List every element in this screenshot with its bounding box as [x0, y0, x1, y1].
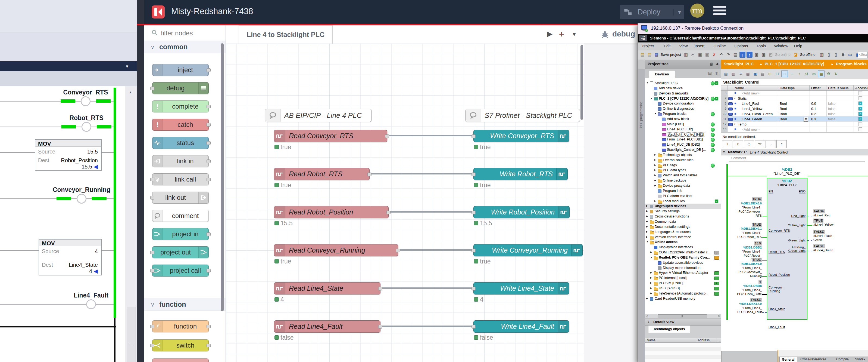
- breadcrumb-item[interactable]: PLC_1 [CPU 1212C AC/DC/Rly]: [765, 61, 824, 66]
- tree-item-device-configuration[interactable]: Device configuration: [645, 101, 721, 106]
- node-port-input[interactable]: [150, 251, 154, 254]
- tree-item-plc-alarm-text-lists[interactable]: PLC alarm text lists: [645, 194, 721, 199]
- hbar-icon[interactable]: ▭: [847, 52, 853, 58]
- collapsed-arrow-icon[interactable]: ▶: [650, 251, 652, 253]
- palette-node-comment[interactable]: comment: [152, 210, 209, 222]
- menu-tools[interactable]: Tools: [756, 44, 766, 48]
- accessible-checkbox[interactable]: ✓: [859, 122, 862, 126]
- node-port-input[interactable]: [150, 87, 154, 90]
- node-port-output[interactable]: [207, 269, 211, 273]
- tree-item-from-line4-plc-db1-[interactable]: From_Line4_PLC [DB1]: [645, 137, 721, 142]
- mov-instruction-box[interactable]: MOVSource15.5DestRobot_Position15.5 ◀: [35, 139, 102, 171]
- cross-icon[interactable]: ✖: [840, 52, 846, 58]
- tree-item-languages-resources[interactable]: ▶Languages & resources: [645, 229, 721, 234]
- tree-pin-icon[interactable]: ▦: [710, 62, 713, 66]
- node-port-output[interactable]: [207, 344, 211, 347]
- main-menu-button[interactable]: [713, 6, 726, 18]
- ladder-title-bar[interactable]: ▼: [0, 61, 137, 71]
- menu-edit[interactable]: Edit: [664, 44, 671, 48]
- retain-icon[interactable]: ⚙: [825, 71, 832, 77]
- details-view-header[interactable]: ∨ Details view: [645, 318, 721, 326]
- start-cpu-icon[interactable]: ▣: [753, 52, 760, 58]
- run-flow-icon[interactable]: ▶: [547, 30, 553, 38]
- print-icon[interactable]: ▥: [683, 52, 689, 58]
- inspector-tab-cross-references[interactable]: Cross-references: [798, 357, 829, 362]
- tree-item-plc-data-types[interactable]: ▶PLC data types: [645, 168, 721, 173]
- table-row-10[interactable]: 10Line4_Flash_GreenBool0.2false✓: [721, 111, 868, 116]
- tree-search-toggle-icon[interactable]: ◫: [715, 71, 718, 75]
- deploy-caret-icon[interactable]: ▾: [674, 9, 681, 16]
- load-values-icon[interactable]: ▤: [759, 71, 766, 77]
- table-row-7[interactable]: 7▼Static✓: [721, 96, 868, 101]
- accessible-checkbox[interactable]: ✓: [859, 117, 862, 121]
- table-row-9[interactable]: 9Line4_YellowBool0.1false✓: [721, 106, 868, 111]
- read-node-Read-Robot_RTS[interactable]: Read Robot_RTS: [274, 168, 370, 180]
- ladder-scroll-thumb[interactable]: [127, 307, 136, 362]
- expanded-arrow-icon[interactable]: ▼: [650, 97, 652, 100]
- palette-node-project-call[interactable]: project call: [152, 264, 209, 277]
- palette-node-project-out[interactable]: project out: [152, 246, 209, 258]
- tree-item-com-rs232-ppi-multi-master-c-[interactable]: ▶COM [RS232/PPI multi-master c...?: [645, 250, 721, 255]
- inspector-tab-compile[interactable]: Compile: [834, 357, 851, 362]
- node-port-input[interactable]: [150, 269, 154, 273]
- rung-tag-label[interactable]: Line4_Fault: [56, 292, 126, 299]
- nodered-logo-icon[interactable]: [152, 5, 165, 19]
- collapsed-arrow-icon[interactable]: ▶: [654, 179, 656, 182]
- tree-item-usb-s7usb-[interactable]: ▶USB [S7USB]: [645, 286, 721, 291]
- breadcrumb-item[interactable]: Program blocks: [836, 61, 867, 66]
- tree-item-hyper-v-virtual-ethernet-adapter[interactable]: ▶Hyper-V Virtual Ethernet Adapter: [645, 270, 721, 275]
- palette-scrollbar[interactable]: [221, 43, 224, 311]
- menu-project[interactable]: Project: [642, 44, 654, 48]
- accessible-checkbox[interactable]: ✓: [859, 91, 862, 95]
- collapsed-arrow-icon[interactable]: ▶: [650, 282, 652, 284]
- write-node-Write-Robot_Position[interactable]: Write Robot_Position: [473, 206, 569, 218]
- table-row-8[interactable]: 8Line4_RedBool0.0false✓: [721, 101, 868, 106]
- coil-icon[interactable]: ( ): [744, 140, 754, 148]
- tree-item-technology-objects[interactable]: ▶Technology objects: [645, 152, 721, 158]
- table-row-6[interactable]: 6<Add new>✓: [721, 91, 868, 96]
- palette-filter-input[interactable]: [160, 28, 221, 38]
- rung-tag-label[interactable]: Conveyor_RTS: [50, 89, 121, 96]
- collapsed-arrow-icon[interactable]: ▶: [654, 200, 656, 202]
- read-node-Read-Line4_Fault[interactable]: Read Line4_Fault: [274, 321, 380, 333]
- read-node-Read-Robot_Position[interactable]: Read Robot_Position: [274, 206, 389, 218]
- tree-item-online-diagnostics[interactable]: Online & diagnostics: [645, 106, 721, 111]
- tree-item-device-proxy-data[interactable]: ▶Device proxy data: [645, 183, 721, 188]
- fb-call-box[interactable]: %FB2"Line4_PLC"ENENOConveyor_RTSRobot_RT…: [767, 178, 807, 320]
- tree-item-add-new-device[interactable]: Add new device: [645, 86, 721, 91]
- tree-item-pc-internal-local-[interactable]: ▶PC internal [Local]: [645, 275, 721, 281]
- tree-item-plc-1-cpu-1212c-ac-dc-rly-[interactable]: ▼PLC_1 [CPU 1212C AC/DC/Rly]✓: [645, 96, 721, 101]
- tree-item-main-ob1-[interactable]: Main [OB1]: [645, 122, 721, 127]
- palette-node-function[interactable]: ffunction: [152, 321, 209, 332]
- rdp-title-bar[interactable]: 192.168.0.137 - Remote Desktop Connectio…: [638, 23, 868, 34]
- flow-canvas[interactable]: AB EIP/CIP - Line 4 PLCS7 Profinet - Sta…: [226, 44, 584, 362]
- tree-item-display-more-information[interactable]: Display more information: [645, 266, 721, 271]
- tree-item-realtek-pcie-gbe-family-con-[interactable]: ▼Realtek PCIe GBE Family Con...: [645, 255, 721, 260]
- deploy-button[interactable]: Deploy ▾: [620, 5, 684, 19]
- diagnostics-icon[interactable]: ▥: [819, 52, 825, 58]
- tab-line4-to-stacklight[interactable]: Line 4 to Stacklight PLC: [239, 25, 333, 44]
- tree-item-stacklight-control-fb1-[interactable]: Stacklight_Control [FB1]: [645, 132, 721, 137]
- palette-category-function[interactable]: ∨function: [144, 298, 225, 311]
- keep-values-icon[interactable]: ≡: [737, 71, 744, 77]
- write-node-Write-Line4_Fault[interactable]: Write Line4_Fault: [473, 321, 569, 333]
- table-row-11[interactable]: 11Line4_GreenBool≣0.3false✓: [721, 116, 868, 122]
- palette-category-common[interactable]: ∨common: [144, 40, 225, 53]
- new-project-icon[interactable]: ▤: [640, 52, 645, 58]
- collapsed-arrow-icon[interactable]: ▶: [654, 154, 656, 156]
- undo-icon[interactable]: ↶: [718, 52, 724, 58]
- node-port-output[interactable]: [207, 325, 211, 328]
- compile-icon[interactable]: ▤: [733, 52, 738, 58]
- delete-row-icon[interactable]: ▥: [730, 71, 737, 77]
- accessible-checkbox[interactable]: ✓: [859, 107, 862, 111]
- node-port-input[interactable]: [150, 196, 154, 199]
- tree-item-update-accessible-devices[interactable]: Update accessible devices: [645, 260, 721, 266]
- window-split-icon[interactable]: ▯: [826, 52, 832, 58]
- go-offline-icon[interactable]: ◪: [793, 52, 799, 58]
- node-port-input[interactable]: [471, 211, 475, 214]
- collapsed-arrow-icon[interactable]: ▶: [646, 215, 648, 218]
- palette-search[interactable]: [144, 25, 225, 41]
- palette-node-catch[interactable]: catch: [152, 119, 209, 131]
- menu-view[interactable]: View: [679, 44, 687, 48]
- refresh-icon[interactable]: ↻: [833, 71, 839, 77]
